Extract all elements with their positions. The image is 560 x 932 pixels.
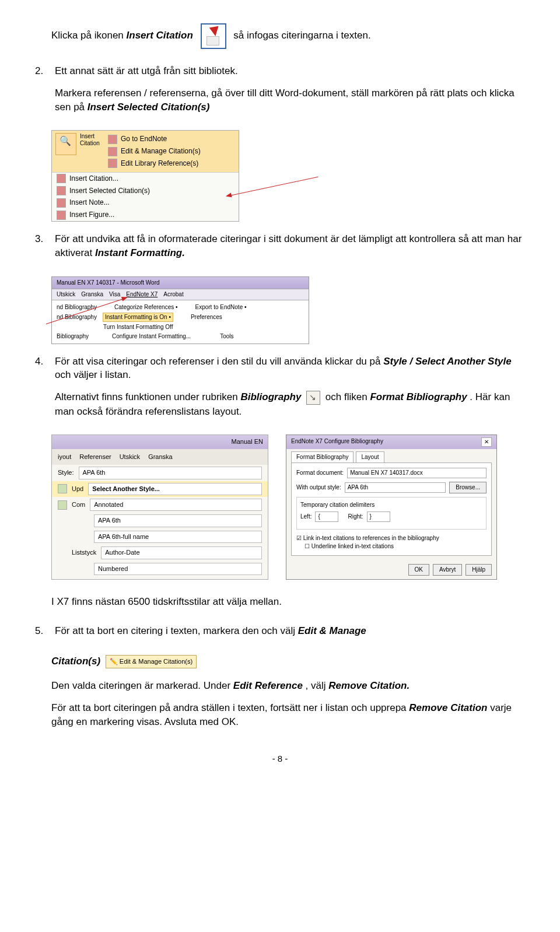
tab: Acrobat <box>163 290 183 299</box>
link-citations-check: Link in-text citations to references in … <box>303 535 439 541</box>
style-option: Numbered <box>94 563 262 575</box>
dialog-launcher-icon <box>306 391 320 405</box>
underline-links-check: Underline linked in-text citations <box>312 543 394 549</box>
page-number: - 8 - <box>35 752 525 765</box>
note-icon <box>57 198 66 208</box>
style-label: Style: <box>58 468 74 477</box>
style-option: APA 6th-full name <box>94 531 262 543</box>
style-select-term: Style / Select Another Style <box>383 356 512 367</box>
checkbox-icon: ☑ <box>296 535 303 541</box>
item-5-text: För att ta bort en citering i texten, ma… <box>55 624 366 638</box>
menu-item: Insert Figure... <box>69 210 114 220</box>
red-arrow-annotation <box>227 177 318 197</box>
insert-citation-big-icon <box>55 133 76 155</box>
menu-item: Insert Note... <box>69 198 110 208</box>
delimiters-label: Temporary citation delimiters <box>300 501 482 509</box>
menu-item: Go to EndNote <box>121 134 167 144</box>
menu-item: Edit Library Reference(s) <box>121 159 198 169</box>
format-bibliography-term: Format Bibliography <box>370 391 467 402</box>
list-item-4: 4. För att visa citeringar och referense… <box>35 355 525 427</box>
remove-citation-term-2: Remove Citation <box>409 702 487 713</box>
configure-bibliography-dialog: EndNote X7 Configure Bibliography✕ Forma… <box>286 435 497 580</box>
item-2-line2: Markera referensen / referenserna, gå öv… <box>55 86 525 114</box>
item-3-text: För att undvika att få in oformaterade c… <box>55 232 525 260</box>
list-item-5: 5. För att ta bort en citering i texten,… <box>35 624 525 646</box>
format-document-value: Manual EN X7 140317.docx <box>347 468 487 478</box>
convert-icon <box>58 500 67 510</box>
bibliography-term: Bibliography <box>240 391 301 402</box>
tab: Utskick <box>120 453 140 461</box>
list-item-3: 3. För att undvika att få in oformaterad… <box>35 232 525 268</box>
format-document-label: Format document: <box>296 469 344 477</box>
style-dropdown-screenshot: Manual EN iyout Referenser Utskick Grans… <box>51 435 268 580</box>
close-icon: ✕ <box>481 437 492 447</box>
menu-citation-label: Citation <box>80 140 100 147</box>
styles-count-note: I X7 finns nästan 6500 tidskriftsstilar … <box>51 595 525 609</box>
instant-formatting-ribbon-screenshot: Manual EN X7 140317 - Microsoft Word Uts… <box>51 276 309 344</box>
tail-1: Den valda citeringen är markerad. Under … <box>51 679 525 693</box>
instant-formatting-term: Instant Formatting. <box>95 247 185 258</box>
output-style-label: With output style: <box>296 483 341 492</box>
item-2-line1: Ett annat sätt är att utgå från sitt bib… <box>55 64 525 78</box>
insert-selected-term: Insert Selected Citation(s) <box>88 101 210 113</box>
edit-manage-citations-button: Edit & Manage Citation(s) <box>106 655 197 668</box>
tab: Referenser <box>79 453 111 461</box>
tab-endnote: EndNote X7 <box>126 290 158 299</box>
intro-post: så infogas citeringarna i texten. <box>233 30 370 41</box>
instant-formatting-on: Instant Formatting is On • <box>103 313 173 322</box>
left-delim: { <box>315 511 338 522</box>
figure-icon <box>57 211 66 220</box>
style-option: APA 6th <box>94 514 262 527</box>
tab-layout: Layout <box>356 451 384 463</box>
tab: Visa <box>109 290 120 299</box>
tab: Granska <box>81 290 103 299</box>
menu-item: Insert Selected Citation(s) <box>69 186 150 196</box>
item-4-text-1: För att visa citeringar och referenser i… <box>55 355 525 383</box>
menu-item: Insert Citation... <box>69 174 118 184</box>
menu-insert-label: Insert <box>80 133 100 140</box>
select-another-style: Select Another Style... <box>88 483 262 495</box>
liststyck-label: Liststyck <box>72 548 96 557</box>
insert-citation-icon <box>201 23 226 49</box>
item-4-text-2: Alternativt finns funktionen under rubri… <box>55 390 525 418</box>
output-style-value: APA 6th <box>345 482 446 493</box>
edit-manage-term: Edit & Manage <box>298 625 366 636</box>
item-2-number: 2. <box>35 64 46 122</box>
cancel-button: Avbryt <box>433 564 462 576</box>
right-delim: } <box>367 511 390 522</box>
tail-2: För att ta bort citeringen på andra stäl… <box>51 701 525 729</box>
item-3-number: 3. <box>35 232 46 268</box>
insert-citation-term: Insert Citation <box>127 30 193 41</box>
insert-citation-menu-screenshot: Insert Citation Go to EndNote Edit & Man… <box>51 130 239 222</box>
tab: Granska <box>148 453 173 461</box>
selected-icon <box>57 186 66 195</box>
tab: iyout <box>58 453 71 461</box>
intro-pre: Klicka på ikonen <box>51 30 127 41</box>
edit-reference-term: Edit Reference <box>233 680 303 691</box>
edit-icon <box>108 147 117 156</box>
item-4-number: 4. <box>35 355 46 427</box>
remove-citation-term: Remove Citation. <box>328 680 410 691</box>
style-option: Annotated <box>90 499 262 511</box>
list-item-2: 2. Ett annat sätt är att utgå från sitt … <box>35 64 525 122</box>
item-5-line2: Citation(s) Edit & Manage Citation(s) <box>51 654 525 668</box>
dialog-title: EndNote X7 Configure Bibliography <box>291 437 383 447</box>
window-title: Manual EN <box>52 435 268 449</box>
search-icon <box>57 174 66 183</box>
style-option: Author-Date <box>101 546 262 559</box>
browse-button: Browse... <box>449 482 487 493</box>
tab-format-bibliography: Format Bibliography <box>291 451 354 463</box>
update-icon <box>58 484 67 493</box>
endnote-icon <box>108 135 117 144</box>
library-icon <box>108 159 117 168</box>
item-5-number: 5. <box>35 624 46 646</box>
menu-item: Edit & Manage Citation(s) <box>121 146 201 156</box>
checkbox-icon: ☐ <box>304 543 312 549</box>
style-value: APA 6th <box>79 467 262 479</box>
ok-button: OK <box>408 564 429 576</box>
tab: Utskick <box>57 290 75 299</box>
citations-term: Citation(s) <box>51 656 100 667</box>
window-title: Manual EN X7 140317 - Microsoft Word <box>52 277 309 289</box>
intro-line: Klicka på ikonen Insert Citation så info… <box>51 23 525 49</box>
help-button: Hjälp <box>466 564 492 576</box>
